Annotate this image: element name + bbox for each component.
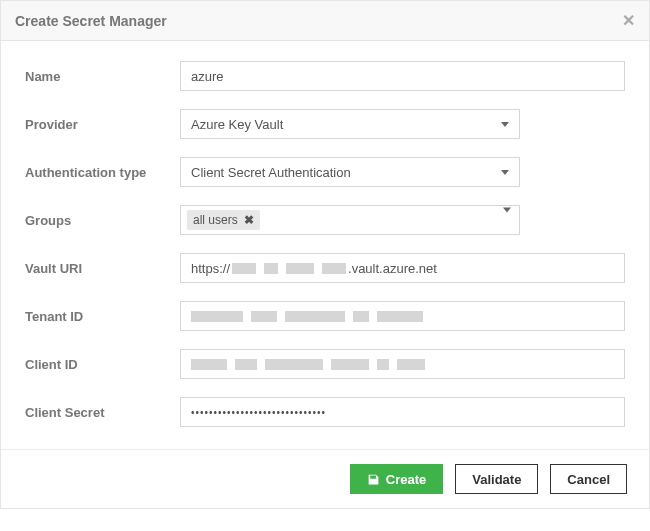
vault-uri-suffix: .vault.azure.net — [348, 261, 437, 276]
name-input[interactable] — [180, 61, 625, 91]
create-button-label: Create — [386, 472, 426, 487]
remove-tag-icon[interactable]: ✖ — [244, 213, 254, 227]
auth-type-selected-value: Client Secret Authentication — [191, 165, 351, 180]
dialog-footer: Create Validate Cancel — [1, 449, 649, 508]
dialog-header: Create Secret Manager ✕ — [1, 1, 649, 41]
cancel-button[interactable]: Cancel — [550, 464, 627, 494]
row-vault-uri: Vault URI https:// .vault.azure.net — [25, 253, 625, 283]
validate-button[interactable]: Validate — [455, 464, 538, 494]
validate-button-label: Validate — [472, 472, 521, 487]
client-secret-input[interactable] — [180, 397, 625, 427]
label-auth-type: Authentication type — [25, 165, 180, 180]
chevron-down-icon — [503, 208, 511, 228]
create-secret-manager-dialog: Create Secret Manager ✕ Name Provider Az… — [0, 0, 650, 509]
auth-type-select[interactable]: Client Secret Authentication — [180, 157, 520, 187]
cancel-button-label: Cancel — [567, 472, 610, 487]
label-client-id: Client ID — [25, 357, 180, 372]
label-groups: Groups — [25, 213, 180, 228]
create-button[interactable]: Create — [350, 464, 443, 494]
chevron-down-icon — [501, 122, 509, 127]
label-client-secret: Client Secret — [25, 405, 180, 420]
provider-select[interactable]: Azure Key Vault — [180, 109, 520, 139]
row-auth-type: Authentication type Client Secret Authen… — [25, 157, 625, 187]
client-id-input[interactable] — [180, 349, 625, 379]
label-name: Name — [25, 69, 180, 84]
group-tag-label: all users — [193, 213, 238, 227]
group-tag: all users ✖ — [187, 210, 260, 230]
row-tenant-id: Tenant ID — [25, 301, 625, 331]
row-client-id: Client ID — [25, 349, 625, 379]
label-provider: Provider — [25, 117, 180, 132]
groups-dropdown-toggle[interactable] — [503, 213, 511, 228]
tenant-id-input[interactable] — [180, 301, 625, 331]
chevron-down-icon — [501, 170, 509, 175]
vault-uri-input[interactable]: https:// .vault.azure.net — [180, 253, 625, 283]
dialog-body: Name Provider Azure Key Vault Authentica… — [1, 41, 649, 449]
row-groups: Groups all users ✖ — [25, 205, 625, 235]
vault-uri-prefix: https:// — [191, 261, 230, 276]
row-name: Name — [25, 61, 625, 91]
save-icon — [367, 473, 380, 486]
row-client-secret: Client Secret — [25, 397, 625, 427]
groups-multiselect[interactable]: all users ✖ — [180, 205, 520, 235]
label-tenant-id: Tenant ID — [25, 309, 180, 324]
label-vault-uri: Vault URI — [25, 261, 180, 276]
dialog-title: Create Secret Manager — [15, 13, 167, 29]
row-provider: Provider Azure Key Vault — [25, 109, 625, 139]
provider-selected-value: Azure Key Vault — [191, 117, 283, 132]
close-icon[interactable]: ✕ — [622, 11, 635, 30]
